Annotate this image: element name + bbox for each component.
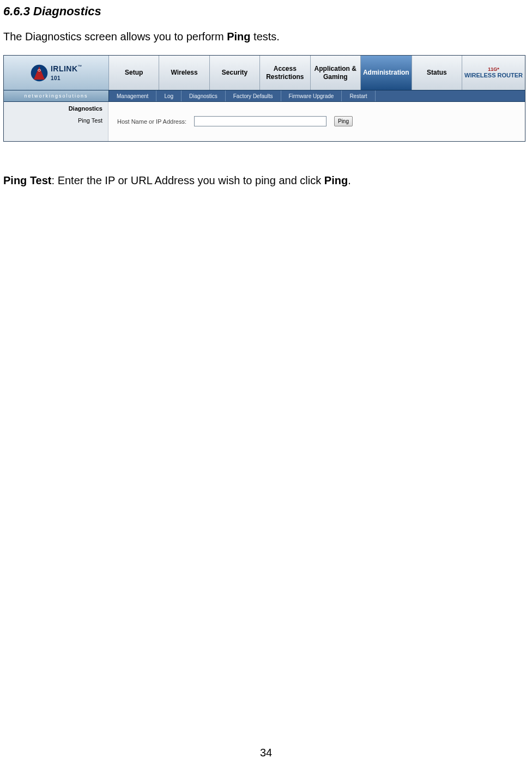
subnav-restart[interactable]: Restart [342,90,375,101]
sub-nav: networkingsolutions Management Log Diagn… [4,90,525,102]
tab-setup[interactable]: Setup [109,56,159,90]
intro-bold: Ping [227,31,250,43]
intro-post: tests. [251,31,280,43]
subnav-firmware-upgrade[interactable]: Firmware Upgrade [281,90,342,101]
logo-sub: 101 [51,75,61,81]
section-label: Diagnostics [4,105,102,112]
intro-text: The Diagnostics screen allows you to per… [3,31,532,43]
tab-administration[interactable]: Administration [361,56,412,90]
subnav-factory-defaults[interactable]: Factory Defaults [226,90,281,101]
logo-mark: IRLINK™ 101 [30,64,82,82]
logo: IRLINK™ 101 [4,56,109,90]
tab-wireless[interactable]: Wireless [159,56,209,90]
ping-form: Host Name or IP Address: Ping [117,116,353,126]
host-ip-input[interactable] [194,116,327,126]
top-row: IRLINK™ 101 Setup Wireless Security Acce… [4,56,525,90]
main-tabs: Setup Wireless Security Access Restricti… [109,56,462,90]
desc-end: . [348,174,351,186]
row-label: Ping Test [4,117,102,124]
left-labels: Diagnostics Ping Test [4,102,108,141]
tab-status[interactable]: Status [412,56,462,90]
brand-corner: 11G* WIRELESS ROUTER [462,56,525,90]
section-heading: 6.6.3 Diagnostics [3,4,532,19]
subnav-log[interactable]: Log [156,90,182,101]
ping-button[interactable]: Ping [334,116,353,126]
brand-small: 11G* [488,67,499,72]
right-content: Host Name or IP Address: Ping [108,102,525,141]
description-text: Ping Test: Enter the IP or URL Address y… [3,174,532,187]
subnav-diagnostics[interactable]: Diagnostics [182,90,226,101]
logo-a-icon [30,64,49,82]
desc-bold2: Ping [324,174,348,186]
router-screenshot: IRLINK™ 101 Setup Wireless Security Acce… [3,55,525,142]
tagline: networkingsolutions [4,90,109,101]
tab-application-gaming[interactable]: Application & Gaming [311,56,361,90]
logo-name: IRLINK [51,64,78,73]
tab-access-restrictions[interactable]: Access Restrictions [260,56,310,90]
desc-mid: : Enter the IP or URL Address you wish t… [52,174,324,186]
content-area: Diagnostics Ping Test Host Name or IP Ad… [4,102,525,141]
subnav-management[interactable]: Management [109,90,156,101]
field-label: Host Name or IP Address: [117,118,186,125]
brand-big: WIRELESS ROUTER [464,72,523,78]
desc-bold1: Ping Test [3,174,52,186]
page-number: 34 [0,747,532,759]
tab-security[interactable]: Security [210,56,260,90]
intro-pre: The Diagnostics screen allows you to per… [3,31,227,43]
logo-text: IRLINK™ 101 [51,64,82,82]
